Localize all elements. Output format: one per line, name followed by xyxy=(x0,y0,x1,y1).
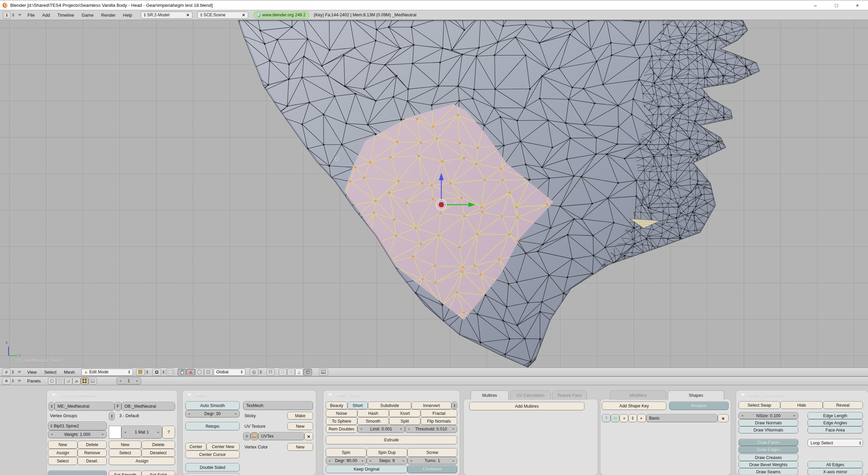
shape-key-delete-button[interactable]: × xyxy=(718,414,729,422)
keep-original-toggle[interactable]: Keep Original xyxy=(326,465,407,473)
menu-timeline[interactable]: Timeline xyxy=(54,13,78,18)
limit-field[interactable]: ◄Limit: 0.001► xyxy=(357,425,405,433)
object-context-button[interactable] xyxy=(72,377,81,385)
pivot-updown-icon[interactable] xyxy=(161,369,166,375)
page-increment-icon[interactable]: ► xyxy=(136,378,139,384)
menu-mesh[interactable]: Mesh xyxy=(60,370,79,375)
degr-field[interactable]: ◄Degr: 30► xyxy=(185,410,240,418)
tab-uv-calculation[interactable]: UV Calculation xyxy=(510,390,551,400)
turns-field[interactable]: ◄Turns: 1► xyxy=(407,457,457,464)
edge-angles-toggle[interactable]: Edge Angles xyxy=(807,419,863,426)
rem-doubles-button[interactable]: Rem Doubles xyxy=(326,425,357,433)
buttons-window-type-updown-icon[interactable] xyxy=(11,378,15,384)
buttons-header-collapse-icon[interactable] xyxy=(17,380,21,382)
material-browse-field[interactable]: ◄1 Mat 1► xyxy=(121,426,162,439)
panel-collapse-icon[interactable] xyxy=(328,393,333,396)
nsize-field[interactable]: ◄NSize: 0.100► xyxy=(738,412,798,419)
draw-faces-toggle[interactable]: Draw Faces xyxy=(738,439,798,446)
panel-collapse-icon[interactable] xyxy=(51,393,56,396)
proportional-updown-icon[interactable] xyxy=(258,369,263,375)
draw-seams-toggle[interactable]: Draw Seams xyxy=(738,468,798,475)
screen-selector[interactable]: SR:2-Model × xyxy=(141,12,192,19)
vertex-group-browse-icon[interactable] xyxy=(49,423,54,429)
face-area-toggle[interactable]: Face Area xyxy=(807,426,863,434)
hash-button[interactable]: Hash xyxy=(357,409,389,417)
loop-select-dropdown[interactable]: Loop Select xyxy=(807,439,863,447)
threshold-field[interactable]: ◄Threshold: 0.010► xyxy=(405,425,457,433)
screw-button[interactable]: Screw xyxy=(407,448,457,457)
steps-field[interactable]: ◄Steps: 9► xyxy=(367,457,407,464)
scene-close-icon[interactable]: × xyxy=(241,12,246,18)
xsort-button[interactable]: Xsort xyxy=(389,409,421,417)
center-cursor-button[interactable]: Center Cursor xyxy=(185,451,240,458)
manipulator-rotate-button[interactable] xyxy=(195,369,204,376)
close-button[interactable]: × xyxy=(847,0,868,10)
center-button[interactable]: Center xyxy=(185,443,206,451)
script-context-button[interactable] xyxy=(56,377,64,385)
material-delete-button[interactable]: Delete xyxy=(141,441,175,449)
relative-toggle[interactable]: Relative xyxy=(669,402,729,410)
draw-edges-toggle[interactable]: Draw Edges xyxy=(738,446,798,453)
shape-browse-button[interactable] xyxy=(628,414,637,422)
scene-browse-icon[interactable] xyxy=(199,12,204,18)
add-multires-button[interactable]: Add Multires xyxy=(469,402,584,410)
draw-normals-toggle[interactable]: Draw Normals xyxy=(738,419,798,426)
3d-viewport[interactable]: z y (1) _MedNeutral : Basis xyxy=(0,20,868,368)
viewport-window-type-button[interactable]: # xyxy=(2,369,11,376)
maximize-button[interactable]: □ xyxy=(826,0,847,10)
vertex-select-mode-button[interactable] xyxy=(279,369,287,376)
minimize-button[interactable]: – xyxy=(805,0,826,10)
noise-button[interactable]: Noise xyxy=(326,409,357,417)
split-button[interactable]: Split xyxy=(389,417,421,425)
draw-creases-toggle[interactable]: Draw Creases xyxy=(738,454,798,461)
shape-pin-button[interactable] xyxy=(602,414,611,422)
uvtex-delete-button[interactable]: × xyxy=(304,432,313,440)
innervert-dropdown[interactable]: Innervert xyxy=(411,402,452,409)
vgroup-delete-button[interactable]: Delete xyxy=(78,441,107,449)
mesh-datablock-field[interactable]: ME:_MedNeutral xyxy=(54,402,115,411)
render-preview-button[interactable] xyxy=(319,369,328,376)
3d-viewport-canvas[interactable] xyxy=(0,20,868,368)
screen-browse-icon[interactable] xyxy=(142,12,147,18)
smooth-button[interactable]: Smooth xyxy=(357,417,389,425)
panel-header-mesh-tools-more[interactable]: Mesh Tools More xyxy=(736,390,868,399)
panel-header-mesh[interactable]: Mesh xyxy=(183,390,316,399)
set-solid-button[interactable]: Set Solid xyxy=(141,471,175,475)
shading-context-button[interactable] xyxy=(64,377,72,385)
tab-texture-face[interactable]: Texture Face xyxy=(552,390,587,400)
shape-key-name-field[interactable]: Basis xyxy=(646,414,718,422)
edge-select-mode-button[interactable]: / xyxy=(287,369,295,376)
hide-button[interactable]: Hide xyxy=(780,401,823,409)
uv-edit-button[interactable] xyxy=(243,432,251,440)
tab-multires[interactable]: Multires xyxy=(471,390,509,400)
fractal-button[interactable]: Fractal xyxy=(421,409,457,417)
page-decrement-icon[interactable]: ◄ xyxy=(119,378,122,384)
tab-modifiers[interactable]: Modifiers xyxy=(610,390,666,400)
edge-length-toggle[interactable]: Edge Length xyxy=(807,412,863,419)
logic-context-button[interactable] xyxy=(48,377,56,385)
buttons-window-type-button[interactable]: ≡ xyxy=(2,377,11,385)
viewport-header-collapse-icon[interactable] xyxy=(17,371,21,373)
menu-select[interactable]: Select xyxy=(40,370,60,375)
flip-normals-button[interactable]: Flip Normals xyxy=(421,417,457,425)
info-window-type-button[interactable]: i xyxy=(3,12,11,19)
retopo-toggle[interactable]: Retopo xyxy=(185,422,240,430)
manipulator-translate-button[interactable] xyxy=(186,369,195,376)
partial-button[interactable] xyxy=(48,471,107,475)
move-centers-button[interactable] xyxy=(166,369,174,376)
double-sided-toggle[interactable]: Double Sided xyxy=(185,463,240,472)
spin-button[interactable]: Spin xyxy=(326,448,367,457)
beauty-toggle[interactable]: Beauty xyxy=(326,402,347,409)
menu-help[interactable]: Help xyxy=(119,13,136,18)
header-collapse-icon[interactable] xyxy=(18,14,22,16)
version-badge[interactable]: www.blender.org 249.2 xyxy=(254,12,309,19)
material-help-button[interactable]: ? xyxy=(162,426,175,439)
panel-collapse-icon[interactable] xyxy=(187,393,192,396)
vgroup-select-button[interactable]: Select xyxy=(48,457,78,465)
short-toggle[interactable]: Short xyxy=(347,402,368,409)
mode-dropdown[interactable]: ▲ Edit Mode xyxy=(81,369,133,376)
all-edges-toggle[interactable]: All Edges xyxy=(807,461,863,468)
draw-type-dropdown[interactable] xyxy=(136,369,145,376)
vertex-color-new-button[interactable]: New xyxy=(287,443,313,451)
manipulator-hand-button[interactable] xyxy=(177,369,186,376)
